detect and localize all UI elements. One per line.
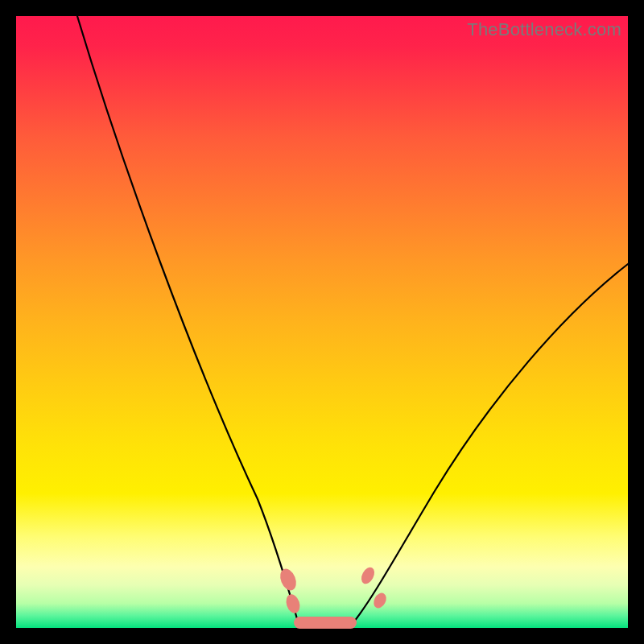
curve-left	[77, 16, 298, 621]
curve-svg	[16, 16, 628, 628]
plot-area: TheBottleneck.com	[16, 16, 628, 628]
marker-oval-right-upper	[359, 565, 378, 586]
curve-right	[354, 264, 628, 621]
chart-frame: TheBottleneck.com	[0, 0, 644, 644]
marker-pill-bottom	[294, 617, 357, 629]
marker-oval-left-upper	[277, 567, 299, 593]
marker-oval-left-lower	[284, 592, 303, 615]
